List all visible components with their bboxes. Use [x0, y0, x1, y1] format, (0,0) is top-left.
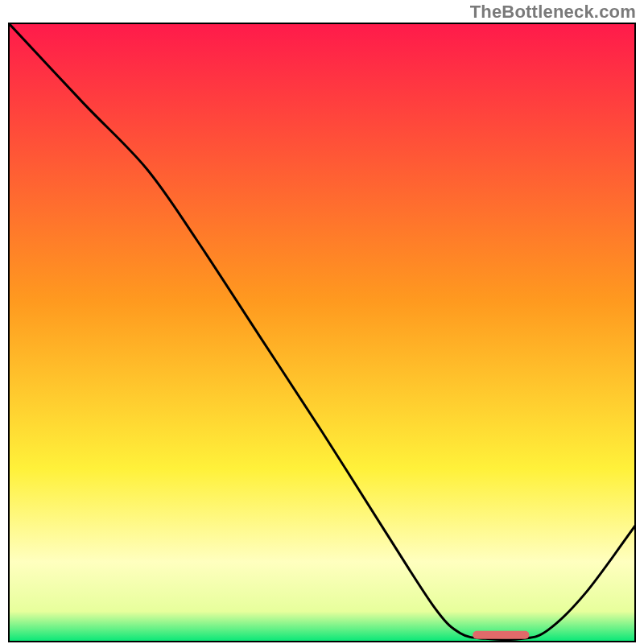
bottleneck-chart [8, 23, 636, 642]
attribution-text: TheBottleneck.com [470, 2, 636, 23]
chart-container: TheBottleneck.com [0, 0, 644, 644]
optimal-marker [473, 631, 529, 639]
plot-area [8, 23, 636, 642]
gradient-background [8, 23, 636, 642]
